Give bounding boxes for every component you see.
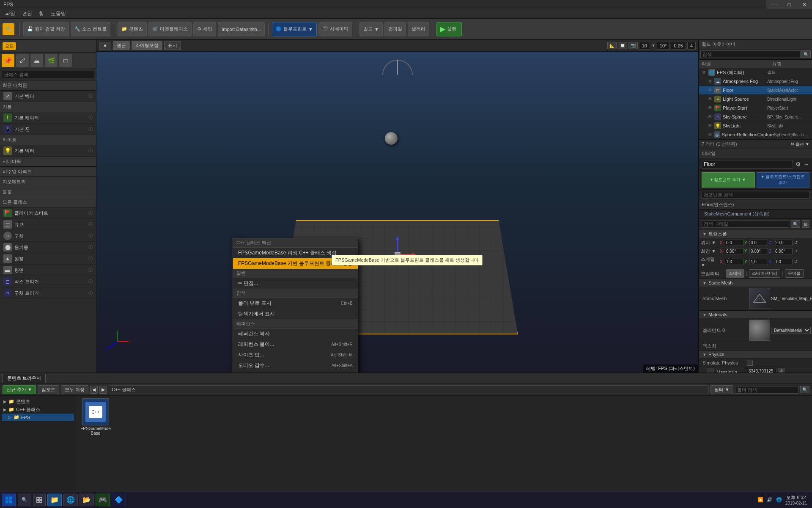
asset-search-btn[interactable]: 🔍 — [800, 386, 809, 393]
simulate-physics-checkbox[interactable] — [747, 360, 753, 366]
asset-search-input[interactable] — [735, 386, 798, 394]
movable-mobility-btn[interactable]: 무버블 — [785, 269, 804, 278]
context-menu-item-edit[interactable]: ✏ 편집... — [233, 278, 358, 289]
list-item[interactable]: 📱 기본 폰 ⓘ — [0, 124, 96, 135]
search-button[interactable]: 🔍 — [18, 494, 31, 506]
physics-section-header[interactable]: ▼ Physics — [699, 351, 812, 359]
details-filter-icon-btn[interactable]: 🔍 — [791, 220, 800, 228]
blueprint-button[interactable]: 🔵 블루프린트▼ — [272, 22, 317, 36]
save-button[interactable]: 💾 원자 컴팔 저장 — [23, 22, 69, 36]
list-item-player-start[interactable]: 🚩 플레이어 스타트 ⓘ — [0, 207, 96, 219]
outliner-search-input[interactable] — [700, 50, 801, 58]
outliner-row-fps[interactable]: 👁 🌐 FPS (에디터) 필드 — [699, 68, 812, 77]
stationary-mobility-btn[interactable]: 스테이셔너리 — [749, 269, 780, 278]
menu-help[interactable]: 도움말 — [47, 10, 69, 17]
foliage-mode-icon[interactable]: 🌿 — [45, 54, 58, 67]
list-item-plane[interactable]: ▬ 평면 ⓘ — [0, 265, 96, 276]
scale-y-input[interactable] — [749, 259, 768, 265]
rot-y-input[interactable] — [749, 248, 768, 254]
vp-cam-btn[interactable]: 📷 — [628, 42, 638, 49]
static-mobility-btn[interactable]: 스태틱 — [726, 269, 744, 278]
context-menu-item-ref-paste[interactable]: 레퍼런스 붙어... Alt+Shift+R — [233, 339, 358, 350]
content-button[interactable]: 📁 콘텐츠 — [118, 22, 147, 36]
asset-fpsgamemodebase[interactable]: C++ FPSGameMode Base — [79, 398, 112, 436]
menu-window[interactable]: 창 — [36, 10, 47, 17]
vp-snap-btn[interactable]: 📐 — [607, 42, 617, 49]
outliner-row-skylight[interactable]: 👁 💡 SkyLight SkyLight — [699, 121, 812, 130]
pos-z-input[interactable] — [774, 240, 793, 246]
vs-taskbar-btn[interactable]: 🔷 — [112, 494, 126, 506]
show-btn[interactable]: 표시 — [164, 41, 181, 50]
chrome-taskbar-btn[interactable]: 🌐 — [63, 494, 78, 506]
tray-icons-btn[interactable]: 🔼 — [757, 497, 763, 502]
mass-enabled-checkbox[interactable] — [708, 368, 713, 373]
source-control-button[interactable]: 🔧 소스 컨트롤 — [71, 22, 110, 36]
list-item[interactable]: ↗ 기본 벡터 ⓘ — [0, 91, 96, 102]
marketplace-button[interactable]: 🛒 마켓플레이스 — [148, 22, 192, 36]
scale-x-input[interactable] — [725, 259, 743, 265]
material-select[interactable]: DefaultMaterial — [771, 327, 811, 334]
context-menu-item-folder[interactable]: 폴더 뷰로 표시 Ctrl+B — [233, 298, 358, 309]
outliner-row-light[interactable]: 👁 ☀ Light Source DirectionalLight — [699, 95, 812, 104]
tree-item-content[interactable]: ▶ 📁 콘텐츠 — [2, 398, 74, 406]
import-datasmith-button[interactable]: Import Datasmith... — [218, 22, 265, 36]
modes-label[interactable]: 모드 — [3, 42, 16, 50]
tree-item-cpp[interactable]: ▶ 📁 C++ 클래스 — [2, 406, 74, 414]
save-all-btn[interactable]: 모두 저장 — [61, 385, 88, 394]
rot-x-input[interactable] — [725, 248, 743, 254]
build-button[interactable]: 빌드▼ — [359, 22, 383, 36]
mass-reset-btn[interactable]: ↺ — [778, 368, 785, 373]
list-item-sphere[interactable]: ○ 구체 ⓘ — [0, 230, 96, 242]
play-button[interactable]: ▶ 실행 — [436, 22, 462, 36]
outliner-row-atmo[interactable]: 👁 ☁ Atmospheric Fog AtmosphericFog — [699, 77, 812, 86]
outliner-row-reflection[interactable]: 👁 ◎ SphereReflectionCapture SphereReflec… — [699, 130, 812, 139]
scale-z-input[interactable] — [774, 259, 793, 265]
list-item-cylinder[interactable]: ⬤ 원기둥 ⓘ — [0, 242, 96, 253]
actor-settings-btn[interactable]: ⚙ — [796, 161, 801, 168]
transform-section-header[interactable]: ▼ 트랜스폼 — [699, 229, 812, 239]
outliner-row-skysphere[interactable]: 👁 ○ Sky Sphere BP_Sky_Sphere... — [699, 113, 812, 121]
add-component-btn[interactable]: + 컴포넌트 추가 ▼ — [702, 172, 755, 188]
pos-y-input[interactable] — [749, 240, 768, 246]
rot-reset-btn[interactable]: ↺ — [793, 248, 798, 254]
list-item[interactable]: 💡 기본 벡터 ⓘ — [0, 145, 96, 157]
nav-back-btn[interactable]: ◀ — [90, 386, 98, 394]
static-mesh-section-header[interactable]: ▼ Static Mesh — [699, 279, 812, 287]
close-button[interactable]: ✕ — [797, 0, 812, 9]
viewport-canvas[interactable]: X Y Z C++ 클래스 액션 FPSGameModeBase 파생 C++ … — [96, 52, 698, 373]
lighting-btn[interactable]: 라이팅포함 — [132, 41, 162, 50]
viewport-dropdown-btn[interactable]: ▼ — [99, 42, 111, 50]
list-item-sphere-trigger[interactable]: ○ 구체 트리거 ⓘ — [0, 287, 96, 299]
new-add-btn[interactable]: 신규 추가 ▼ — [3, 385, 36, 394]
scale-reset-btn[interactable]: ↺ — [793, 259, 798, 265]
outliner-row-floor[interactable]: 👁 ◻ Floor StaticMeshActor — [699, 86, 812, 95]
geometry-mode-icon[interactable]: ◻ — [59, 54, 72, 67]
import-btn[interactable]: 임포트 — [38, 385, 59, 394]
tree-item-fps[interactable]: ▷ 📁 FPS — [2, 414, 74, 421]
content-browser-tab[interactable]: 콘텐츠 브라우저 — [3, 374, 46, 383]
settings-button[interactable]: ⚙ 세팅 — [193, 22, 216, 36]
start-button[interactable] — [2, 494, 16, 506]
cinematic-button[interactable]: 🎬 시네마틱 — [318, 22, 352, 36]
pos-x-input[interactable] — [725, 240, 743, 246]
list-item-box-trigger[interactable]: ◻ 박스 트리거 ⓘ — [0, 276, 96, 287]
list-item-cone[interactable]: ▲ 원뿔 ⓘ — [0, 253, 96, 265]
details-filter-input[interactable] — [702, 220, 789, 228]
maximize-button[interactable]: □ — [782, 0, 797, 9]
vp-grid-btn[interactable]: 🔲 — [618, 42, 627, 49]
context-menu-item-ref-copy[interactable]: 레퍼런스 복사 — [233, 329, 358, 339]
list-item[interactable]: 🚶 기본 캐릭터 ⓘ — [0, 112, 96, 124]
details-search-input[interactable] — [702, 191, 809, 199]
actor-arrow-btn[interactable]: → — [804, 161, 809, 168]
list-item-cube[interactable]: ◻ 큐브 ⓘ — [0, 219, 96, 230]
file-explorer-taskbar-btn[interactable]: 📁 — [47, 494, 62, 506]
ue4-taskbar-btn[interactable]: 🎮 — [96, 494, 110, 506]
context-menu-item-size[interactable]: 사이즈 업... Alt+Shift+M — [233, 350, 358, 360]
materials-section-header[interactable]: ▼ Materials — [699, 311, 812, 319]
task-view-button[interactable] — [33, 494, 46, 506]
class-search-input[interactable] — [2, 71, 94, 78]
context-menu-item-audio[interactable]: 오디오 감수... Alt+Shift+A — [233, 360, 358, 371]
landscape-mode-icon[interactable]: ⛰ — [30, 54, 43, 67]
context-menu-item-explorer[interactable]: 탐색기에서 표시 — [233, 309, 358, 319]
outliner-view-options-btn[interactable]: 뷰 옵션 ▼ — [790, 141, 809, 147]
